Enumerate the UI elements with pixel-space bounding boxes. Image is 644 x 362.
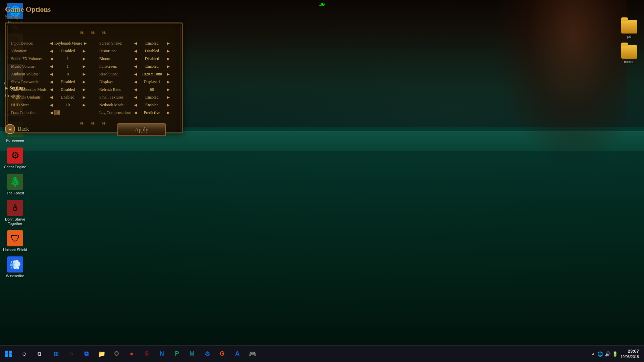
arrow-right[interactable]: ► bbox=[166, 56, 171, 61]
taskbar-app-app7[interactable]: M bbox=[184, 346, 200, 362]
arrow-left[interactable]: ◄ bbox=[49, 56, 54, 61]
taskbar-task-view[interactable]: ⧉ bbox=[32, 346, 47, 362]
nav-settings-label: Settings bbox=[9, 85, 25, 91]
arrow-left[interactable]: ◄ bbox=[133, 41, 138, 46]
arrow-right[interactable]: ► bbox=[166, 71, 171, 77]
setting-control: ◄Enabled► bbox=[133, 64, 177, 69]
taskbar-app-app9[interactable]: G bbox=[215, 346, 230, 362]
taskbar-app-app11[interactable]: 🎮 bbox=[245, 346, 260, 362]
arrow-right[interactable]: ► bbox=[166, 79, 171, 84]
arrow-right[interactable]: ► bbox=[82, 102, 87, 108]
arrow-right[interactable]: ► bbox=[166, 87, 171, 92]
desktop-icon-meme-folder[interactable]: meme bbox=[621, 45, 637, 64]
arrow-left[interactable]: ◄ bbox=[49, 79, 54, 84]
arrow-left[interactable]: ◄ bbox=[49, 48, 54, 54]
taskbar-app-app10[interactable]: A bbox=[230, 346, 245, 362]
setting-value: 1 bbox=[54, 56, 81, 61]
icon-img-hotspot-shield: 🛡 bbox=[7, 230, 23, 246]
setting-label: Screen Shake: bbox=[99, 41, 122, 46]
desktop-icon-cheat-engine[interactable]: ⚙Cheat Engine bbox=[2, 146, 29, 171]
arrow-right[interactable]: ► bbox=[82, 71, 87, 77]
clock-date: 19/06/2018 bbox=[621, 354, 639, 359]
setting-control: ◄Enabled► bbox=[49, 95, 93, 100]
arrow-left[interactable]: ◄ bbox=[49, 95, 54, 100]
setting-row: Netbook Mode:◄Enabled► bbox=[99, 102, 177, 108]
desktop-icon-hotspot-shield[interactable]: 🛡Hotspot Shield bbox=[2, 229, 29, 253]
desktop-icon-windscribe[interactable]: 💨Windscribe bbox=[2, 255, 29, 280]
taskbar-app-search[interactable]: ○ bbox=[64, 346, 79, 362]
setting-value: Disabled bbox=[139, 49, 165, 54]
arrow-left[interactable]: ◄ bbox=[49, 64, 54, 69]
back-arrow-icon: ◂ bbox=[5, 124, 15, 134]
taskbar-app-windows-icon[interactable]: ⊞ bbox=[49, 346, 64, 362]
setting-control: ◄Disabled► bbox=[133, 56, 177, 61]
arrow-left[interactable]: ◄ bbox=[133, 87, 138, 92]
volume-icon[interactable]: 🔊 bbox=[605, 351, 610, 357]
checkbox-value[interactable]: ☑ bbox=[54, 110, 60, 115]
arrow-left[interactable]: ◄ bbox=[49, 41, 54, 46]
taskbar-app-app8[interactable]: ⚙ bbox=[200, 346, 215, 362]
nav-dot-settings: ▸ bbox=[5, 85, 8, 91]
game-subtitle: Settings bbox=[5, 14, 183, 20]
desktop-icons-right: pdmeme bbox=[621, 20, 637, 64]
arrow-left[interactable]: ◄ bbox=[133, 71, 138, 77]
nav-controls[interactable]: Controls bbox=[5, 92, 25, 100]
taskbar-app-app6[interactable]: P bbox=[169, 346, 184, 362]
tray-expand-arrow[interactable]: ∧ bbox=[592, 352, 595, 356]
setting-row: Lag Compensation:◄Predictive► bbox=[99, 109, 177, 116]
arrow-left[interactable]: ◄ bbox=[133, 79, 138, 84]
taskbar-app-opera[interactable]: O bbox=[109, 346, 124, 362]
desktop-icon-the-forest[interactable]: 🌲The Forest bbox=[2, 172, 29, 197]
folder-icon-pd-folder bbox=[621, 20, 637, 34]
arrow-left[interactable]: ◄ bbox=[133, 64, 138, 69]
arrow-left[interactable]: ◄ bbox=[49, 102, 54, 108]
setting-control: ◄Enabled► bbox=[133, 41, 177, 46]
setting-label: Distortion: bbox=[99, 49, 117, 54]
arrow-right[interactable]: ► bbox=[82, 95, 87, 100]
arrow-right[interactable]: ► bbox=[166, 48, 171, 54]
arrow-left[interactable]: ◄ bbox=[133, 56, 138, 61]
network-icon[interactable]: 🌐 bbox=[597, 351, 603, 357]
arrow-right[interactable]: ► bbox=[82, 79, 87, 84]
taskbar-app-task-view[interactable]: ⧉ bbox=[79, 346, 94, 362]
arrow-left[interactable]: ◄ bbox=[133, 48, 138, 54]
taskbar-search[interactable]: ○ bbox=[17, 346, 32, 362]
arrow-right[interactable]: ► bbox=[82, 64, 87, 69]
taskbar-app-steam[interactable]: S bbox=[139, 346, 154, 362]
arrow-left[interactable]: ◄ bbox=[133, 95, 138, 100]
setting-control: ◄Disabled► bbox=[133, 48, 177, 54]
setting-value: Disabled bbox=[54, 49, 81, 54]
back-button[interactable]: ◂ Back bbox=[5, 124, 29, 134]
arrow-right[interactable]: ► bbox=[166, 41, 171, 46]
back-label: Back bbox=[18, 126, 29, 132]
setting-control: ◄644 x 362► bbox=[133, 71, 177, 77]
taskbar-app-file-explorer[interactable]: 📁 bbox=[94, 346, 109, 362]
taskbar-app-chrome[interactable]: ● bbox=[124, 346, 139, 362]
arrow-right[interactable]: ► bbox=[82, 48, 87, 54]
setting-control: ◄1► bbox=[49, 56, 93, 61]
nav-settings[interactable]: ▸ Settings bbox=[5, 84, 25, 92]
arrow-right[interactable]: ► bbox=[166, 102, 171, 108]
desktop-icon-pd-folder[interactable]: pd bbox=[621, 20, 637, 39]
arrow-right[interactable]: ► bbox=[166, 95, 171, 100]
setting-label: HUD Size: bbox=[11, 103, 29, 108]
arrow-right[interactable]: ► bbox=[82, 87, 87, 92]
setting-label: Netbook Mode: bbox=[99, 103, 125, 108]
arrow-left[interactable]: ◄ bbox=[133, 110, 138, 115]
icon-label-pd-folder: pd bbox=[627, 35, 631, 39]
arrow-left[interactable]: ◄ bbox=[49, 110, 54, 115]
taskbar-app-onenote[interactable]: N bbox=[154, 346, 169, 362]
arrow-right[interactable]: ► bbox=[82, 56, 87, 61]
setting-value: Disabled bbox=[54, 87, 81, 92]
start-button[interactable] bbox=[0, 346, 17, 362]
arrow-left[interactable]: ◄ bbox=[133, 102, 138, 108]
arrow-right[interactable]: ► bbox=[166, 64, 171, 69]
apply-button[interactable]: Apply bbox=[117, 123, 166, 136]
desktop-icon-dont-starve[interactable]: 🕯Don't Starve Together bbox=[2, 198, 29, 227]
arrow-left[interactable]: ◄ bbox=[49, 87, 54, 92]
arrow-left[interactable]: ◄ bbox=[49, 71, 54, 77]
clock[interactable]: 23:07 19/06/2018 bbox=[621, 349, 639, 359]
icon-label-windscribe: Windscribe bbox=[6, 274, 24, 278]
arrow-right[interactable]: ► bbox=[83, 41, 88, 46]
arrow-right[interactable]: ► bbox=[166, 110, 171, 115]
